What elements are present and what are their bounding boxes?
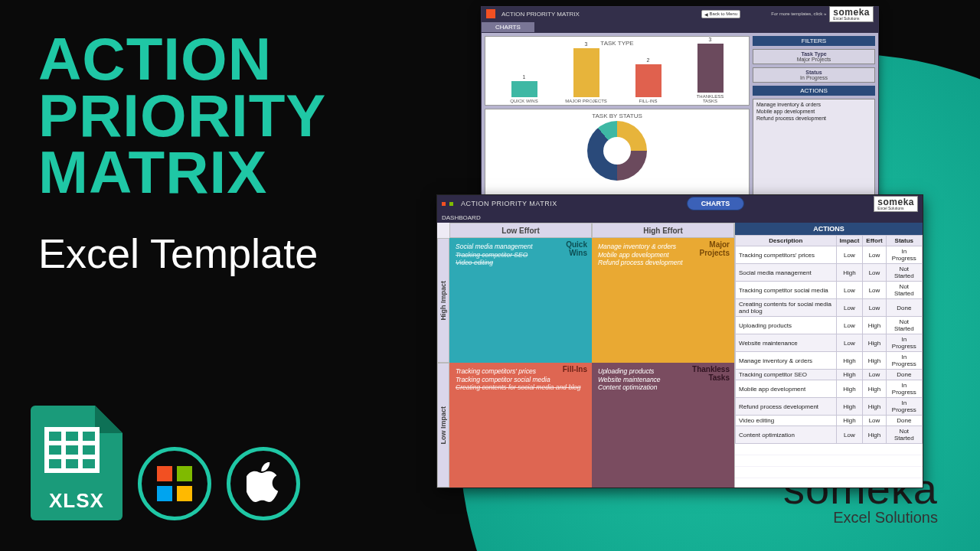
more-templates-link[interactable]: For more templates, click » xyxy=(771,11,826,16)
table-header: Effort xyxy=(863,236,886,246)
table-row[interactable]: Creating contents for social media and b… xyxy=(736,299,923,317)
table-row[interactable]: Manage inventory & ordersHighHighIn Prog… xyxy=(736,352,923,370)
xlsx-file-icon: XLSX xyxy=(31,406,122,520)
headline-line3: MATRIX xyxy=(38,144,326,201)
action-item: Manage inventory & orders xyxy=(756,101,871,108)
chart-title-2: TASK BY STATUS xyxy=(488,112,746,119)
format-badges: XLSX xyxy=(31,406,300,520)
empty-rows xyxy=(735,444,923,487)
charts-tab[interactable]: CHARTS xyxy=(482,22,534,32)
table-row[interactable]: Tracking competitor social mediaLowLowNo… xyxy=(736,282,923,299)
quadrant-label: ThanklessTasks xyxy=(692,366,730,382)
table-row[interactable]: Uploading productsLowHighNot Started xyxy=(736,317,923,334)
headline-line1: ACTION xyxy=(38,31,326,87)
quadrant-quick-wins: QuickWins Social media managementTrackin… xyxy=(449,238,592,363)
matrix-task: Video editing xyxy=(456,259,586,267)
quadrant-major-projects: MajorProjects Manage inventory & ordersM… xyxy=(592,238,734,363)
task-type-filter[interactable]: Task Type Major Projects xyxy=(753,49,875,64)
bar-thankless-tasks: 3THANKLESS TASKS xyxy=(689,37,732,103)
table-row[interactable]: Social media managementHighLowNot Starte… xyxy=(736,264,923,282)
matrix-task: Creating contents for social media and b… xyxy=(456,383,586,392)
quadrant-thankless-tasks: ThanklessTasks Uploading productsWebsite… xyxy=(592,363,734,487)
table-row[interactable]: Mobile app developmentHighHighIn Progres… xyxy=(736,380,923,398)
task-type-chart-panel: TASK TYPE 1QUICK WINS3MAJOR PROJECTS2FIL… xyxy=(485,36,750,106)
table-header: Impact xyxy=(836,236,863,246)
bar-major-projects: 3MAJOR PROJECTS xyxy=(565,41,608,103)
charts-button[interactable]: CHARTS xyxy=(687,197,745,210)
quadrant-label: MajorProjects xyxy=(700,241,730,257)
quadrant-label: Fill-Ins xyxy=(563,366,587,374)
actions-header: ACTIONS xyxy=(735,223,923,235)
actions-table: DescriptionImpactEffortStatus Tracking c… xyxy=(735,235,923,444)
windows-compat-icon xyxy=(138,447,211,520)
actions-header-side: ACTIONS xyxy=(753,86,875,96)
screenshot-dashboard-view: ACTION PRIORITY MATRIX CHARTS somekaExce… xyxy=(436,194,923,488)
table-row[interactable]: Website maintenanceLowHighIn Progress xyxy=(736,334,923,352)
someka-logo-dash: somekaExcel Solutions xyxy=(874,196,918,212)
task-by-status-panel: TASK BY STATUS xyxy=(485,109,750,201)
xlsx-label: XLSX xyxy=(31,489,122,513)
table-header: Description xyxy=(736,236,837,246)
headline-line2: PRIORITY xyxy=(38,87,326,144)
subheadline: Excel Template xyxy=(38,230,318,277)
action-item: Mobile app development xyxy=(756,108,871,115)
priority-matrix: Low Effort High Effort High Impact Low I… xyxy=(437,223,734,487)
dashboard-window-title: ACTION PRIORITY MATRIX xyxy=(461,200,557,207)
table-row[interactable]: Content optimizationLowHighNot Started xyxy=(736,426,923,444)
matrix-task: Refund process development xyxy=(598,259,728,267)
col-header-low-effort: Low Effort xyxy=(449,223,592,238)
apple-compat-icon xyxy=(227,447,300,520)
table-row[interactable]: Video editingHighLowDone xyxy=(736,416,923,426)
quadrant-fill-ins: Fill-Ins Tracking competitors' pricesTra… xyxy=(449,363,592,487)
row-header-low-impact: Low Impact xyxy=(437,363,449,487)
table-row[interactable]: Tracking competitor SEOHighLowDone xyxy=(736,370,923,380)
bar-quick-wins: 1QUICK WINS xyxy=(503,74,546,103)
filters-header: FILTERS xyxy=(753,36,875,46)
charts-window-title: ACTION PRIORITY MATRIX xyxy=(501,11,580,18)
action-item: Refund process development xyxy=(756,115,871,122)
matrix-task: Content optimization xyxy=(598,383,728,392)
dashboard-subtitle: DASHBOARD xyxy=(442,214,481,221)
row-header-high-impact: High Impact xyxy=(437,238,449,363)
screenshot-charts-view: ACTION PRIORITY MATRIX ◀ Back to Menu Fo… xyxy=(481,6,879,205)
matrix-task: Tracking competitor social media xyxy=(456,376,586,384)
someka-logo-small: somekaExcel Solutions xyxy=(829,6,874,22)
col-header-high-effort: High Effort xyxy=(592,223,734,238)
table-row[interactable]: Refund process developmentHighHighIn Pro… xyxy=(736,398,923,416)
status-filter[interactable]: Status In Progress xyxy=(753,67,875,83)
table-header: Status xyxy=(886,236,922,246)
table-row[interactable]: Tracking competitors' pricesLowLowIn Pro… xyxy=(736,246,923,264)
matrix-task: Tracking competitor SEO xyxy=(456,251,586,259)
actions-table-pane: ACTIONS DescriptionImpactEffortStatus Tr… xyxy=(734,223,923,487)
actions-filter-list: Manage inventory & ordersMobile app deve… xyxy=(753,99,875,201)
bar-fill-ins: 2FILL-INS xyxy=(627,57,670,103)
bar-chart: 1QUICK WINS3MAJOR PROJECTS2FILL-INS3THAN… xyxy=(488,48,746,103)
back-to-menu-button[interactable]: ◀ Back to Menu xyxy=(701,10,741,18)
donut-chart xyxy=(587,121,647,181)
headline: ACTION PRIORITY MATRIX xyxy=(38,31,326,201)
